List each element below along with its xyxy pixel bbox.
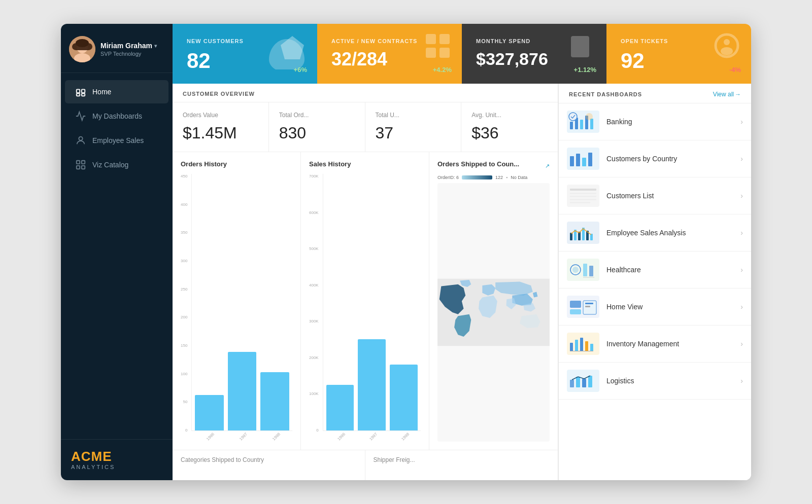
metric-total-units-val: 37 — [376, 124, 451, 142]
svg-rect-35 — [582, 158, 586, 166]
recent-dashboards-header: RECENT DASHBOARDS View all → — [559, 84, 751, 103]
svg-point-49 — [572, 267, 579, 273]
charts-area: Orders History 450400350 300250200 15010… — [173, 152, 558, 450]
recent-dashboards-title: RECENT DASHBOARDS — [569, 91, 642, 97]
svg-rect-10 — [77, 161, 80, 164]
dropdown-icon: ▾ — [154, 43, 157, 49]
svg-rect-34 — [576, 154, 580, 166]
dashboard-name-customers-by-country: Customers by Country — [606, 155, 733, 163]
svg-rect-36 — [588, 153, 592, 166]
svg-rect-16 — [439, 34, 450, 44]
svg-rect-17 — [426, 48, 436, 58]
dashboard-item-employee-sales-analysis[interactable]: Employee Sales Analysis › — [559, 214, 751, 251]
svg-rect-20 — [575, 41, 585, 43]
kpi-open-tickets-change: -4% — [729, 66, 741, 74]
dashboard-thumb-logistics — [567, 370, 599, 392]
svg-rect-5 — [77, 89, 80, 92]
chevron-right-homeview: › — [740, 303, 743, 311]
sidebar-item-home[interactable]: Home — [65, 80, 168, 103]
orders-history-panel: Orders History 450400350 300250200 15010… — [173, 152, 301, 450]
kpi-new-customers: NEW CUSTOMERS 82 +6% — [173, 24, 317, 84]
kpi-new-customers-change: +6% — [294, 66, 307, 74]
sales-history-title: Sales History — [309, 160, 421, 168]
main-content: NEW CUSTOMERS 82 +6% ACTIVE / NEW CONTRA… — [173, 24, 751, 480]
orders-history-title: Orders History — [181, 160, 292, 168]
logo-brand: ACME — [71, 450, 162, 463]
bottom-area: CUSTOMER OVERVIEW Orders Value $1.45M To… — [173, 84, 751, 480]
svg-rect-53 — [570, 301, 581, 308]
kpi-monthly-spend: MONTHLY SPEND $327,876 +1.12% — [462, 24, 606, 84]
external-link-icon: ↗ — [545, 163, 550, 169]
dashboard-thumb-inventory — [567, 333, 599, 355]
kpi-row: NEW CUSTOMERS 82 +6% ACTIVE / NEW CONTRA… — [173, 24, 751, 84]
metric-orders-value: Orders Value $1.45M — [173, 102, 269, 152]
chevron-right-list: › — [740, 192, 743, 200]
svg-rect-18 — [439, 48, 450, 58]
metric-total-units-label: Total U... — [376, 112, 451, 119]
user-profile[interactable]: Miriam Graham ▾ SVP Technology — [61, 24, 173, 73]
dashboard-thumb-list — [567, 185, 599, 207]
svg-rect-50 — [583, 264, 587, 276]
dashboard-thumb-healthcare — [567, 259, 599, 281]
dashboard-item-banking[interactable]: Banking › — [559, 103, 751, 140]
sidebar-item-employee-sales[interactable]: Employee Sales — [65, 129, 168, 152]
sidebar-item-viz-catalog[interactable]: Viz Catalog — [65, 153, 168, 176]
bar-1997-orders — [228, 352, 257, 430]
svg-point-9 — [79, 137, 82, 140]
bar-1998-orders — [260, 372, 289, 430]
dashboard-name-healthcare: Healthcare — [606, 266, 733, 274]
dashboard-name-banking: Banking — [606, 118, 733, 126]
kpi-open-tickets: OPEN TICKETS 92 -4% — [606, 24, 751, 84]
svg-rect-67 — [588, 376, 592, 387]
chevron-right-banking: › — [740, 118, 743, 126]
metrics-row: Orders Value $1.45M Total Ord... 830 Tot… — [173, 102, 558, 152]
sidebar-item-employee-sales-label: Employee Sales — [92, 136, 144, 145]
svg-rect-38 — [570, 193, 596, 194]
sidebar-item-my-dashboards-label: My Dashboards — [92, 112, 142, 120]
svg-rect-58 — [570, 343, 573, 351]
dashboard-item-customers-by-country[interactable]: Customers by Country › — [559, 140, 751, 177]
view-all-button[interactable]: View all → — [713, 91, 741, 98]
user-info: Miriam Graham ▾ SVP Technology — [100, 42, 164, 57]
dashboard-item-healthcare[interactable]: Healthcare › — [559, 251, 751, 289]
bar-1997-sales — [358, 339, 386, 430]
dashboard-item-inventory-management[interactable]: Inventory Management › — [559, 326, 751, 363]
svg-rect-13 — [82, 166, 85, 169]
sidebar: Miriam Graham ▾ SVP Technology Home My D… — [61, 24, 173, 480]
chevron-right-healthcare: › — [740, 266, 743, 274]
world-map — [437, 183, 550, 442]
svg-rect-26 — [570, 122, 573, 129]
svg-rect-12 — [77, 166, 80, 169]
dashboard-item-customers-list[interactable]: Customers List › — [559, 177, 751, 214]
charts-bottom: Categories Shipped to Country Shipper Fr… — [173, 450, 558, 480]
dashboard-name-employee-sales-analysis: Employee Sales Analysis — [606, 229, 733, 237]
svg-point-31 — [569, 113, 577, 121]
logo-sub: ANALYTICS — [71, 464, 162, 470]
svg-rect-63 — [570, 351, 593, 351]
svg-rect-37 — [570, 189, 596, 191]
sidebar-item-my-dashboards[interactable]: My Dashboards — [65, 104, 168, 128]
bottom-label-2: Shipper Freig... — [365, 450, 558, 480]
svg-rect-8 — [82, 94, 85, 96]
metric-total-orders-val: 830 — [279, 124, 355, 142]
app-wrapper: Miriam Graham ▾ SVP Technology Home My D… — [61, 24, 751, 480]
svg-rect-28 — [580, 120, 583, 129]
svg-rect-62 — [590, 344, 593, 351]
metric-total-orders-label: Total Ord... — [279, 112, 355, 119]
metric-total-units: Total U... 37 — [365, 102, 462, 152]
svg-marker-14 — [281, 36, 304, 59]
recent-dashboards: RECENT DASHBOARDS View all → — [558, 84, 751, 480]
dashboard-item-home-view[interactable]: Home View › — [559, 289, 751, 326]
sales-history-panel: Sales History 700K600K500K 400K300K200K … — [301, 152, 429, 450]
metric-avg-unit-val: $36 — [471, 124, 548, 142]
svg-rect-39 — [570, 196, 596, 197]
svg-rect-66 — [582, 379, 586, 387]
user-role: SVP Technology — [100, 51, 164, 57]
svg-rect-51 — [589, 266, 593, 276]
metric-orders-value-val: $1.45M — [183, 124, 258, 142]
dashboard-name-logistics: Logistics — [606, 377, 733, 385]
dashboard-item-logistics[interactable]: Logistics › — [559, 363, 751, 400]
svg-rect-33 — [570, 156, 574, 166]
dashboard-thumb-homeview — [567, 296, 599, 318]
svg-rect-54 — [570, 309, 581, 314]
